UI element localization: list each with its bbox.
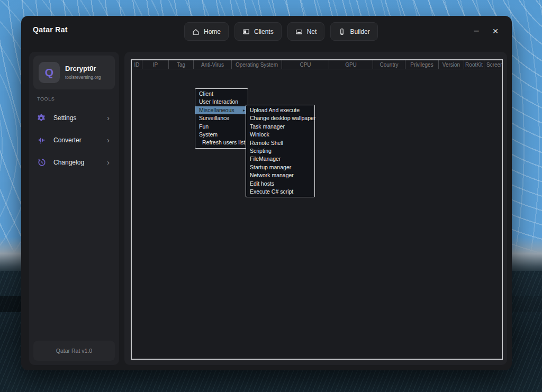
chevron-right-icon: › — [107, 135, 110, 144]
sidebar-item-settings[interactable]: Settings › — [33, 110, 115, 126]
menu-item-system[interactable]: System — [195, 131, 248, 139]
submenu-item-upload-and-execute[interactable]: Upload And execute — [246, 106, 314, 114]
window-controls: − × — [471, 16, 501, 47]
monitor-icon — [242, 28, 250, 35]
chevron-right-icon: › — [107, 158, 110, 167]
nav-builder-button[interactable]: Builder — [330, 22, 377, 41]
submenu-item-network-manager[interactable]: Network manager — [246, 171, 314, 179]
column-header-cpu[interactable]: CPU — [282, 60, 329, 69]
menu-item-miscellaneous[interactable]: Miscellaneous ▸ — [195, 106, 248, 114]
minimize-button[interactable]: − — [471, 25, 482, 37]
submenu-item-winlock[interactable]: Winlock — [246, 131, 314, 139]
avatar: Q — [39, 62, 60, 83]
builder-device-icon — [338, 28, 346, 35]
submenu-arrow-icon: ▸ — [243, 106, 245, 114]
nav-home-button[interactable]: Home — [184, 22, 229, 41]
sidebar-item-converter-label: Converter — [53, 136, 82, 144]
column-header-antivirus[interactable]: Anti-Virus — [194, 60, 232, 69]
chevron-right-icon: › — [107, 113, 110, 122]
column-header-rootkit[interactable]: RootKit — [464, 60, 484, 69]
clients-table-header: ID IP Tag Anti-Virus Operating System CP… — [132, 60, 502, 69]
clients-table[interactable]: ID IP Tag Anti-Virus Operating System CP… — [131, 59, 503, 360]
sidebar-item-changelog-label: Changelog — [53, 159, 84, 166]
sidebar-item-changelog[interactable]: Changelog › — [33, 154, 115, 170]
miscellaneous-submenu: Upload And execute Change desktop wallpa… — [246, 105, 315, 197]
column-header-gpu[interactable]: GPU — [329, 60, 373, 69]
column-header-os[interactable]: Operating System — [232, 60, 282, 69]
column-header-version[interactable]: Version — [439, 60, 464, 69]
submenu-item-task-manager[interactable]: Task manager — [246, 123, 314, 131]
menu-item-miscellaneous-label: Miscellaneous — [199, 107, 234, 113]
titlebar: Qatar Rat Home Clients — [21, 16, 512, 47]
column-header-screen[interactable]: Screen — [484, 60, 502, 69]
nav-net-label: Net — [307, 28, 317, 35]
tools-section-label: TOOLS — [37, 96, 55, 102]
submenu-item-filemanager[interactable]: FileManager — [246, 155, 314, 163]
submenu-item-execute-csharp-script[interactable]: Execute C# script — [246, 188, 314, 196]
nav-clients-button[interactable]: Clients — [234, 22, 282, 41]
submenu-item-change-desktop-wallpaper[interactable]: Change desktop wallpaper — [246, 114, 314, 122]
equalizer-icon — [38, 136, 46, 144]
column-header-country[interactable]: Country — [373, 60, 405, 69]
sidebar-item-settings-label: Settings — [53, 114, 76, 122]
submenu-item-startup-manager[interactable]: Startup manager — [246, 163, 314, 171]
submenu-item-edit-hosts[interactable]: Edit hosts — [246, 180, 314, 188]
nav-builder-label: Builder — [350, 28, 369, 35]
history-icon — [38, 158, 46, 167]
app-title: Qatar Rat — [33, 25, 68, 34]
submenu-item-scripting[interactable]: Scripting — [246, 147, 314, 155]
main-panel: ID IP Tag Anti-Virus Operating System CP… — [124, 52, 507, 365]
version-badge: Qatar Rat v1.0 — [33, 341, 115, 361]
menu-item-refresh-users-list[interactable]: Refresh users list — [195, 139, 248, 147]
nav-clients-label: Clients — [254, 28, 274, 35]
sidebar-item-converter[interactable]: Converter › — [33, 132, 115, 148]
column-header-ip[interactable]: IP — [142, 60, 169, 69]
profile-name: Drcrypt0r — [65, 65, 96, 72]
context-menu: Client User Interaction Miscellaneous ▸ … — [195, 88, 248, 149]
main-nav: Home Clients Net — [184, 22, 378, 41]
menu-item-fun[interactable]: Fun — [195, 123, 248, 131]
nav-net-button[interactable]: Net — [287, 22, 325, 41]
menu-item-user-interaction[interactable]: User Interaction — [195, 98, 248, 106]
profile-card: Q Drcrypt0r toolsreversing.org — [33, 56, 115, 89]
menu-item-client[interactable]: Client — [195, 90, 248, 98]
home-icon — [192, 28, 200, 35]
profile-subtitle: toolsreversing.org — [65, 75, 101, 80]
desktop: Qatar Rat Home Clients — [0, 0, 542, 392]
column-header-tag[interactable]: Tag — [169, 60, 194, 69]
submenu-item-remote-shell[interactable]: Remote Shell — [246, 139, 314, 147]
close-button[interactable]: × — [490, 25, 501, 37]
column-header-privileges[interactable]: Privileges — [405, 60, 439, 69]
column-header-id[interactable]: ID — [132, 60, 142, 69]
gear-icon — [38, 114, 46, 122]
nav-home-label: Home — [204, 28, 221, 35]
sidebar: Q Drcrypt0r toolsreversing.org TOOLS Set… — [29, 52, 119, 365]
menu-item-surveillance[interactable]: Surveillance — [195, 114, 248, 122]
network-card-icon — [295, 28, 303, 35]
